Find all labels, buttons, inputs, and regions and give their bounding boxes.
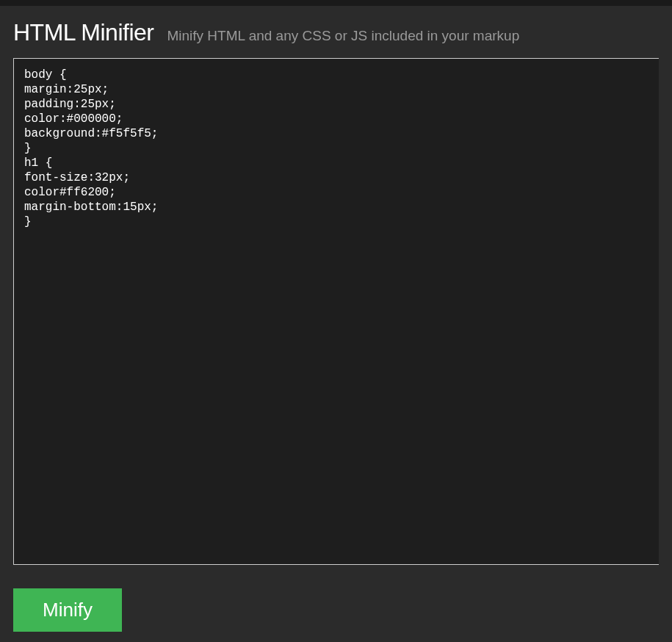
header: HTML Minifier Minify HTML and any CSS or… — [13, 19, 659, 46]
minify-button[interactable]: Minify — [13, 588, 122, 632]
page-title: HTML Minifier — [13, 19, 153, 46]
code-input[interactable] — [13, 58, 659, 565]
main-container: HTML Minifier Minify HTML and any CSS or… — [0, 6, 672, 642]
page-subtitle: Minify HTML and any CSS or JS included i… — [167, 28, 519, 44]
top-bar — [0, 0, 672, 6]
